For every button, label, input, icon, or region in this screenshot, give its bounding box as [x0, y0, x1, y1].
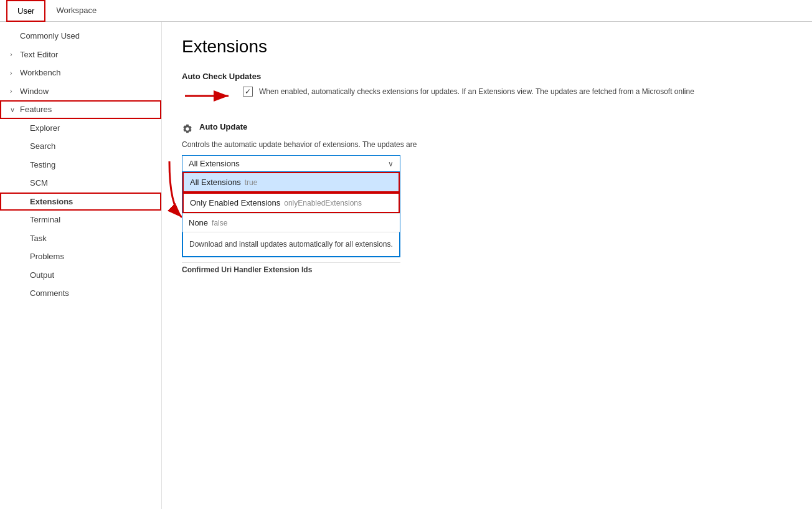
auto-update-header: Auto Update: [182, 122, 792, 136]
sidebar-item-explorer[interactable]: Explorer: [0, 119, 161, 138]
dropdown-option-only-enabled[interactable]: Only Enabled Extensions onlyEnabledExten…: [182, 193, 400, 213]
auto-check-updates-row: ✓ When enabled, automatically checks ext…: [243, 86, 694, 97]
auto-check-updates-desc: When enabled, automatically checks exten…: [259, 86, 694, 97]
settings-content: Extensions Auto Check Updates: [162, 22, 812, 509]
dropdown-option-desc: Download and install updates automatical…: [189, 240, 393, 249]
tab-workspace[interactable]: Workspace: [45, 0, 107, 22]
auto-update-dropdown[interactable]: All Extensions ∨: [182, 155, 400, 172]
option-value-only-enabled: onlyEnabledExtensions: [284, 199, 362, 207]
sidebar-item-output[interactable]: Output: [0, 266, 161, 285]
sidebar-item-extensions[interactable]: Extensions: [0, 193, 161, 211]
option-value-all-extensions: true: [245, 178, 258, 187]
tab-user[interactable]: User: [6, 0, 45, 22]
dropdown-options-list: All Extensions true Only Enabled Extensi…: [182, 172, 400, 257]
page-title: Extensions: [182, 37, 792, 57]
auto-check-updates-title: Auto Check Updates: [182, 72, 792, 81]
auto-update-dropdown-container: All Extensions ∨ All Extensions true Onl…: [182, 155, 400, 274]
option-value-none: false: [212, 219, 227, 227]
sidebar-item-window[interactable]: › Window: [0, 82, 161, 101]
sidebar-item-text-editor[interactable]: › Text Editor: [0, 45, 161, 64]
auto-update-title: Auto Update: [199, 122, 247, 131]
chevron-down-icon: ∨: [10, 105, 20, 115]
chevron-right-icon: ›: [10, 68, 20, 78]
auto-check-updates-checkbox[interactable]: ✓: [243, 87, 253, 97]
main-layout: Commonly Used › Text Editor › Workbench …: [0, 22, 812, 509]
chevron-right-icon: ›: [10, 49, 20, 60]
sidebar-item-features[interactable]: ∨ Features: [0, 100, 161, 119]
sidebar-item-commonly-used[interactable]: Commonly Used: [0, 27, 161, 45]
sidebar-item-workbench[interactable]: › Workbench: [0, 64, 161, 82]
auto-update-section: Auto Update Controls the automatic updat…: [182, 122, 792, 274]
sidebar-item-problems[interactable]: Problems: [0, 247, 161, 266]
auto-check-updates-checkbox-wrapper: ✓: [243, 87, 253, 97]
settings-tabs: User Workspace: [0, 0, 812, 22]
auto-update-desc: Controls the automatic update behavior o…: [182, 139, 618, 150]
sidebar-item-comments[interactable]: Comments: [0, 284, 161, 303]
sidebar-item-testing[interactable]: Testing: [0, 156, 161, 174]
dropdown-chevron-icon: ∨: [388, 159, 394, 168]
option-label-all-extensions: All Extensions: [190, 178, 241, 187]
settings-sidebar: Commonly Used › Text Editor › Workbench …: [0, 22, 162, 509]
sidebar-item-scm[interactable]: SCM: [0, 174, 161, 193]
sidebar-item-terminal[interactable]: Terminal: [0, 211, 161, 229]
confirmed-uri-label: Confirmed Uri Handler Extension Ids: [182, 262, 400, 274]
gear-icon: [182, 123, 194, 136]
dropdown-description-box: Download and install updates automatical…: [182, 232, 400, 257]
sidebar-item-task[interactable]: Task: [0, 229, 161, 248]
option-label-none: None: [189, 218, 208, 227]
sidebar-item-search[interactable]: Search: [0, 137, 161, 156]
option-label-only-enabled: Only Enabled Extensions: [190, 198, 280, 207]
dropdown-option-none[interactable]: None false: [182, 213, 400, 232]
checkmark-icon: ✓: [245, 87, 251, 96]
arrow-annotation-1: [182, 87, 238, 105]
dropdown-selected-value: All Extensions: [189, 159, 240, 168]
dropdown-option-all-extensions[interactable]: All Extensions true: [182, 172, 400, 193]
chevron-right-icon: ›: [10, 86, 20, 97]
auto-check-updates-section: Auto Check Updates: [182, 72, 792, 105]
